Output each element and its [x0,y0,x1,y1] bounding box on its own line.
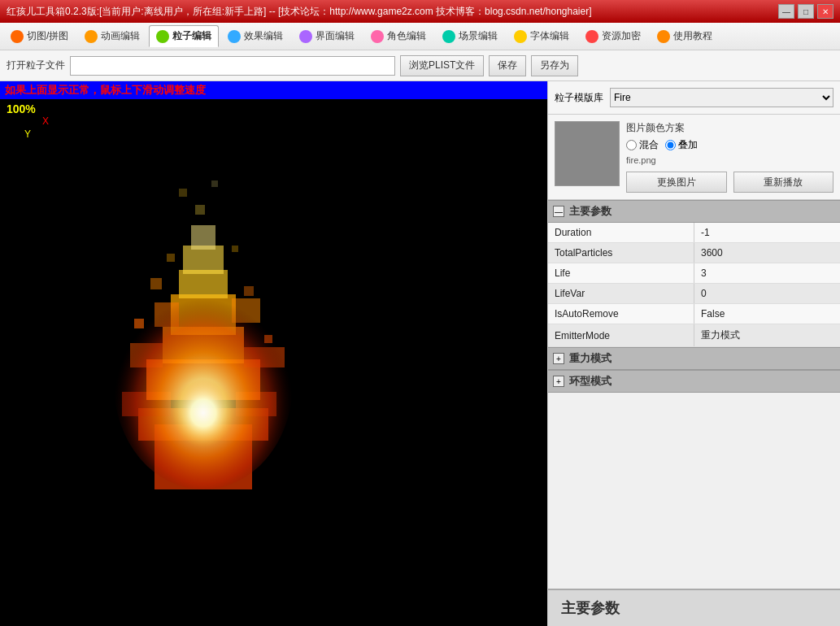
param-key: LifeVar [548,284,694,304]
tab-char-label: 角色编辑 [387,29,426,43]
param-value[interactable]: 3 [694,263,841,284]
tab-effect-icon [228,30,241,43]
svg-rect-19 [244,286,254,296]
gravity-mode-title: 重力模式 [569,351,612,366]
change-image-button[interactable]: 更换图片 [626,172,727,193]
param-value[interactable]: -1 [694,223,841,243]
tab-char-icon [371,30,384,43]
x-axis-label: X [42,115,49,127]
param-key: Life [548,263,694,284]
tab-encrypt-icon [585,30,598,43]
close-button[interactable]: ✕ [817,4,833,19]
svg-rect-21 [232,246,238,252]
menu-bar: 切图/拼图动画编辑粒子编辑效果编辑界面编辑角色编辑场景编辑字体编辑资源加密使用教… [0,23,840,50]
open-file-label: 打开粒子文件 [7,59,65,72]
tab-anim-icon [85,30,98,43]
param-value[interactable]: 3600 [694,243,841,263]
tab-effect[interactable]: 效果编辑 [220,25,290,47]
color-scheme-label: 图片颜色方案 [626,121,833,135]
tab-encrypt[interactable]: 资源加密 [578,25,648,47]
tab-cut[interactable]: 切图/拼图 [3,25,76,47]
tab-effect-label: 效果编辑 [244,29,283,43]
fire-particle-canvas [89,115,317,506]
tab-font[interactable]: 字体编辑 [507,25,577,47]
title-bar: 红孩儿工具箱0.2.3版:[当前用户:离线用户，所在组:新手上路] -- [技术… [0,0,840,23]
svg-rect-13 [191,225,215,250]
table-row[interactable]: LifeVar0 [548,284,840,304]
maximize-button[interactable]: □ [798,4,814,19]
tab-help-icon [657,30,670,43]
browse-plist-button[interactable]: 浏览PLIST文件 [400,55,484,76]
tab-font-label: 字体编辑 [530,29,569,43]
table-row[interactable]: IsAutoRemoveFalse [548,304,840,324]
canvas-area: 如果上面显示正常，鼠标上下滑动调整速度 100% X Y [0,81,547,626]
param-key: TotalParticles [548,243,694,263]
main-params-title: 主要参数 [569,204,612,219]
param-value[interactable]: 0 [694,284,841,304]
image-file-name: fire.png [626,155,833,165]
svg-rect-22 [195,205,205,215]
minimize-button[interactable]: — [778,4,794,19]
svg-rect-24 [211,180,218,187]
ring-mode-section-header[interactable]: + 环型模式 [548,370,840,393]
table-row[interactable]: Life3 [548,263,840,284]
param-value[interactable]: False [694,304,841,324]
table-row[interactable]: Duration-1 [548,223,840,243]
main-params-table: Duration-1TotalParticles3600Life3LifeVar… [548,223,840,347]
y-axis-label: Y [24,128,31,140]
save-button[interactable]: 保存 [489,55,526,76]
table-row[interactable]: EmitterMode重力模式 [548,324,840,347]
tab-help[interactable]: 使用教程 [650,25,720,47]
tab-help-label: 使用教程 [673,29,712,43]
gravity-mode-section-header[interactable]: + 重力模式 [548,347,840,370]
ring-mode-title: 环型模式 [569,374,612,389]
main-params-collapse-btn[interactable]: — [553,206,564,217]
right-panel: 粒子模版库 FireMeteorSnowFireworksGalaxyFlowe… [547,81,840,626]
tab-map-icon [442,30,455,43]
toolbar: 打开粒子文件 浏览PLIST文件 保存 另存为 [0,50,840,81]
ring-collapse-btn[interactable]: + [553,376,564,387]
tab-cut-label: 切图/拼图 [27,29,68,43]
tab-map-label: 场景编辑 [459,29,498,43]
tab-scene[interactable]: 界面编辑 [292,25,362,47]
overlay-label: 叠加 [678,138,698,152]
tab-encrypt-label: 资源加密 [602,29,641,43]
bottom-label: 主要参数 [561,600,620,616]
canvas-header: 如果上面显示正常，鼠标上下滑动调整速度 [0,81,547,99]
overlay-radio-label[interactable]: 叠加 [665,138,698,152]
svg-rect-16 [134,319,144,328]
main-params-section-header[interactable]: — 主要参数 [548,200,840,223]
zoom-label: 100% [7,102,36,115]
tab-particle-label: 粒子编辑 [172,29,211,43]
save-as-button[interactable]: 另存为 [531,55,578,76]
params-panel[interactable]: — 主要参数 Duration-1TotalParticles3600Life3… [548,200,840,589]
tab-scene-icon [299,30,312,43]
radio-row: 混合 叠加 [626,138,833,152]
file-path-input[interactable] [70,56,395,76]
canvas-header-text: 如果上面显示正常，鼠标上下滑动调整速度 [5,84,206,96]
replay-button[interactable]: 重新播放 [733,172,834,193]
tab-anim[interactable]: 动画编辑 [77,25,147,47]
param-key: EmitterMode [548,324,694,347]
tab-scene-label: 界面编辑 [316,29,355,43]
svg-rect-23 [179,189,187,197]
library-label: 粒子模版库 [555,91,603,105]
tab-map[interactable]: 场景编辑 [435,25,505,47]
canvas-body[interactable]: 100% X Y [0,99,547,624]
overlay-radio[interactable] [665,140,676,150]
main-content: 如果上面显示正常，鼠标上下滑动调整速度 100% X Y [0,81,840,626]
image-preview [555,121,620,186]
param-key: IsAutoRemove [548,304,694,324]
image-settings: 图片颜色方案 混合 叠加 fire.png 更换图片 重新播放 [548,115,840,200]
mix-label: 混合 [639,138,659,152]
table-row[interactable]: TotalParticles3600 [548,243,840,263]
gravity-collapse-btn[interactable]: + [553,353,564,364]
mix-radio-label[interactable]: 混合 [626,138,659,152]
param-value[interactable]: 重力模式 [694,324,841,347]
bottom-info: 主要参数 [548,589,840,626]
tab-particle[interactable]: 粒子编辑 [149,25,219,47]
tab-cut-icon [11,30,24,43]
library-select[interactable]: FireMeteorSnowFireworksGalaxyFlowerSmoke [610,88,833,107]
tab-char[interactable]: 角色编辑 [363,25,433,47]
mix-radio[interactable] [626,140,637,150]
